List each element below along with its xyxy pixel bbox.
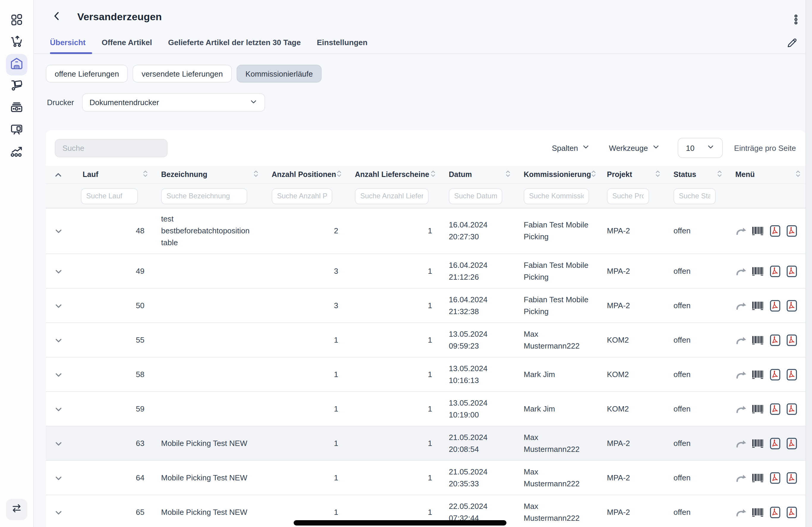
barcode-icon[interactable]	[752, 437, 765, 450]
pdf-file-icon[interactable]	[786, 265, 799, 278]
sort-arrows-icon	[253, 170, 259, 179]
pdf-file-icon[interactable]	[786, 299, 799, 312]
filter-input-datum[interactable]	[449, 188, 502, 204]
pdf-file-icon[interactable]	[786, 471, 799, 484]
pdf-file-icon[interactable]	[769, 299, 782, 312]
columns-menu-button[interactable]: Spalten	[552, 143, 590, 153]
pdf-file-icon[interactable]	[769, 334, 782, 347]
column-header-kommissionierung[interactable]: Kommissionierung	[516, 166, 599, 183]
cell-anzahl-lieferscheine: 1	[347, 254, 440, 288]
barcode-icon[interactable]	[752, 224, 765, 238]
printer-select[interactable]: Dokumentendrucker	[82, 93, 265, 111]
redo-arrow-icon[interactable]	[735, 506, 748, 519]
pdf-file-icon[interactable]	[786, 224, 799, 238]
pdf-file-icon[interactable]	[769, 471, 782, 484]
row-expand-button[interactable]	[46, 358, 71, 392]
cell-anzahl-lieferscheine: 1	[347, 358, 440, 392]
row-expand-button[interactable]	[46, 461, 71, 495]
sidebar-item-pos[interactable]	[6, 120, 27, 141]
barcode-icon[interactable]	[752, 265, 765, 278]
column-header-anzahl-lieferscheine[interactable]: Anzahl Lieferscheine	[347, 166, 440, 183]
pdf-file-icon[interactable]	[786, 403, 799, 416]
column-header-status[interactable]: Status	[665, 166, 727, 183]
filter-input-status[interactable]	[673, 188, 716, 204]
sidebar-item-dashboard[interactable]	[6, 10, 27, 31]
redo-arrow-icon[interactable]	[735, 265, 748, 278]
redo-arrow-icon[interactable]	[735, 403, 748, 416]
chip-kommissionierlaeufe[interactable]: Kommissionierläufe	[236, 65, 322, 82]
filter-input-kommissionierung[interactable]	[524, 188, 589, 204]
cell-lauf: 58	[71, 358, 153, 392]
redo-arrow-icon[interactable]	[735, 224, 748, 238]
filter-input-anzahl-positionen[interactable]	[272, 188, 332, 204]
cell-bezeichnung: Mobile Picking Test NEW	[153, 461, 263, 495]
row-expand-button[interactable]	[46, 208, 71, 254]
page-menu-button[interactable]	[789, 14, 802, 27]
tools-menu-button[interactable]: Werkzeuge	[609, 143, 660, 153]
sidebar-item-sales[interactable]	[6, 32, 27, 54]
filter-input-lauf[interactable]	[81, 188, 138, 204]
chip-offene-lieferungen[interactable]: offene Lieferungen	[46, 65, 128, 82]
chevron-down-icon	[55, 507, 61, 518]
filter-input-anzahl-lieferscheine[interactable]	[355, 188, 429, 204]
sidebar-item-picking[interactable]	[6, 76, 27, 97]
sidebar-item-analytics[interactable]	[6, 142, 27, 163]
column-header-bezeichnung[interactable]: Bezeichnung	[153, 166, 263, 183]
redo-arrow-icon[interactable]	[735, 471, 748, 484]
row-expand-button[interactable]	[46, 289, 71, 323]
row-expand-button[interactable]	[46, 496, 71, 527]
pdf-file-icon[interactable]	[786, 506, 799, 519]
barcode-icon[interactable]	[752, 334, 765, 347]
redo-arrow-icon[interactable]	[735, 299, 748, 312]
column-header-anzahl-positionen[interactable]: Anzahl Positionen	[263, 166, 347, 183]
barcode-icon[interactable]	[752, 403, 765, 416]
tab-uebersicht[interactable]: Übersicht	[50, 34, 89, 54]
column-header-projekt[interactable]: Projekt	[599, 166, 665, 183]
tab-einstellungen[interactable]: Einstellungen	[317, 34, 370, 54]
tab-gelieferte-artikel[interactable]: Gelieferte Artikel der letzten 30 Tage	[168, 34, 304, 54]
pdf-file-icon[interactable]	[786, 334, 799, 347]
barcode-icon[interactable]	[752, 368, 765, 381]
row-expand-button[interactable]	[46, 392, 71, 426]
pdf-file-icon[interactable]	[769, 224, 782, 238]
pdf-file-icon[interactable]	[786, 368, 799, 381]
sidebar-item-warehouse[interactable]	[6, 54, 27, 75]
pdf-file-icon[interactable]	[769, 403, 782, 416]
page-size-select[interactable]: 10	[678, 138, 723, 158]
filter-input-projekt[interactable]	[607, 188, 649, 204]
pdf-file-icon[interactable]	[786, 437, 799, 450]
sidebar-collapse-button[interactable]	[6, 499, 27, 520]
back-button[interactable]	[50, 10, 64, 24]
barcode-icon[interactable]	[752, 299, 765, 312]
search-input[interactable]	[55, 139, 168, 157]
chevron-down-icon	[55, 300, 61, 312]
cell-anzahl-lieferscheine: 1	[347, 392, 440, 426]
barcode-icon[interactable]	[752, 506, 765, 519]
tab-offene-artikel[interactable]: Offene Artikel	[102, 34, 155, 54]
pdf-file-icon[interactable]	[769, 437, 782, 450]
row-expand-button[interactable]	[46, 427, 71, 461]
chip-versendete-lieferungen[interactable]: versendete Lieferungen	[133, 65, 232, 82]
redo-arrow-icon[interactable]	[735, 368, 748, 381]
cell-anzahl-positionen: 3	[263, 254, 347, 288]
pdf-file-icon[interactable]	[769, 265, 782, 278]
sidebar-item-cash[interactable]	[6, 98, 27, 119]
cell-lauf: 64	[71, 461, 153, 495]
pdf-file-icon[interactable]	[769, 506, 782, 519]
barcode-icon[interactable]	[752, 471, 765, 484]
row-expand-button[interactable]	[46, 254, 71, 288]
column-header-lauf[interactable]: Lauf	[71, 166, 153, 183]
filter-input-bezeichnung[interactable]	[161, 188, 247, 204]
edit-page-button[interactable]	[786, 37, 799, 50]
expand-all-header[interactable]	[46, 166, 71, 183]
redo-arrow-icon[interactable]	[735, 437, 748, 450]
redo-arrow-icon[interactable]	[735, 334, 748, 347]
sidebar	[0, 0, 34, 527]
column-header-menu[interactable]: Menü	[727, 166, 806, 183]
row-expand-button[interactable]	[46, 323, 71, 357]
vertical-scrollbar[interactable]	[806, 0, 812, 527]
horizontal-scrollbar[interactable]	[294, 520, 506, 526]
pdf-file-icon[interactable]	[769, 368, 782, 381]
cell-datum: 13.05.2024 10:19:00	[440, 392, 516, 426]
column-header-datum[interactable]: Datum	[440, 166, 516, 183]
